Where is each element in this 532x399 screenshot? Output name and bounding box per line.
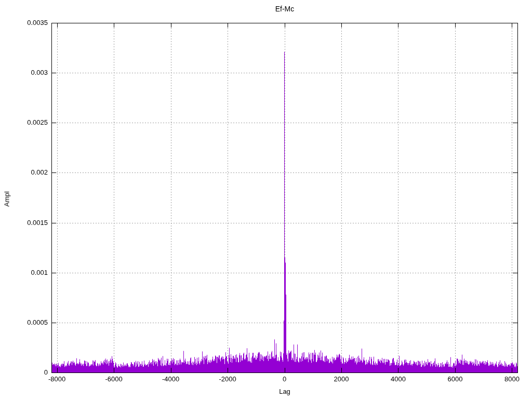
- gnuplot-window: Ef-Mc Ampl Lag -8000-6000-4000-200002000…: [0, 0, 532, 399]
- x-tick-label: -8000: [48, 375, 65, 383]
- y-axis-label: Ampl: [3, 191, 11, 207]
- x-tick-label: -6000: [105, 375, 122, 383]
- y-tick-label: 0.003: [0, 69, 48, 77]
- plot-area: [0, 0, 532, 399]
- y-tick-label: 0.0015: [0, 219, 48, 227]
- x-axis-label: Lag: [279, 388, 290, 395]
- x-tick-label: 4000: [391, 375, 406, 383]
- chart-title: Ef-Mc: [275, 5, 295, 13]
- x-tick-label: 2000: [334, 375, 349, 383]
- x-tick-label: 0: [283, 375, 286, 383]
- y-tick-label: 0.002: [0, 168, 48, 177]
- y-tick-label: 0.0035: [0, 19, 48, 27]
- x-tick-label: 8000: [504, 375, 520, 383]
- y-tick-label: 0.0025: [0, 118, 48, 127]
- x-tick-label: 6000: [448, 375, 463, 383]
- x-tick-label: -2000: [219, 375, 236, 383]
- x-tick-label: -4000: [162, 375, 179, 383]
- y-tick-label: 0: [0, 368, 48, 377]
- y-tick-label: 0.0005: [0, 318, 48, 327]
- y-tick-label: 0.001: [0, 269, 48, 277]
